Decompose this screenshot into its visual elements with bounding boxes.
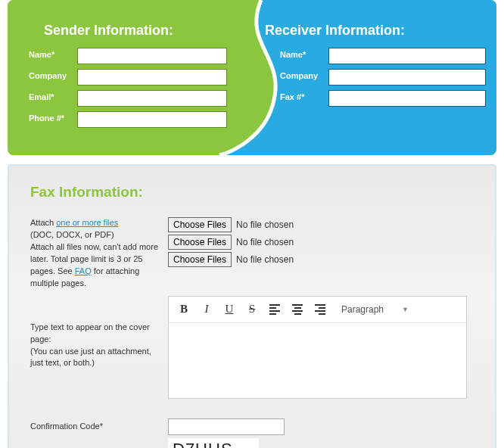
receiver-fax-input[interactable] bbox=[328, 90, 486, 107]
file-status-1: No file chosen bbox=[236, 219, 294, 230]
top-panel: Sender Information: Name* Company Email*… bbox=[8, 0, 496, 155]
captcha-image: D7UUS bbox=[168, 438, 259, 448]
fax-panel: Fax Information: Attach one or more file… bbox=[8, 164, 496, 448]
align-left-button[interactable] bbox=[264, 300, 285, 319]
receiver-company-input[interactable] bbox=[328, 69, 486, 86]
cover-text-input[interactable] bbox=[169, 323, 466, 396]
confirmation-code-input[interactable] bbox=[168, 418, 285, 435]
sender-company-input[interactable] bbox=[77, 69, 227, 86]
sender-phone-label: Phone #* bbox=[8, 111, 77, 123]
confirmation-label: Confirmation Code* bbox=[30, 418, 168, 433]
align-right-button[interactable] bbox=[310, 300, 331, 319]
sender-heading: Sender Information: bbox=[8, 23, 250, 39]
attach-formats: (DOC, DOCX, or PDF) bbox=[30, 230, 114, 239]
italic-button[interactable]: I bbox=[196, 300, 217, 319]
align-center-button[interactable] bbox=[287, 300, 308, 319]
choose-files-button-3[interactable]: Choose Files bbox=[168, 252, 232, 267]
receiver-company-label: Company bbox=[265, 69, 328, 81]
faq-link[interactable]: FAQ bbox=[75, 266, 92, 275]
align-left-icon bbox=[269, 303, 280, 316]
sender-company-label: Company bbox=[8, 69, 77, 81]
receiver-fax-label: Fax #* bbox=[265, 90, 328, 102]
receiver-name-label: Name* bbox=[265, 48, 328, 60]
sender-phone-input[interactable] bbox=[77, 111, 227, 128]
cover-label-1: Type text to appear on the cover page: bbox=[30, 322, 150, 344]
attach-files-link[interactable]: one or more files bbox=[56, 218, 118, 227]
receiver-section: Receiver Information: Name* Company Fax … bbox=[265, 0, 496, 111]
receiver-name-input[interactable] bbox=[328, 48, 486, 64]
paragraph-dropdown[interactable]: Paragraph ▼ bbox=[335, 301, 415, 318]
sender-section: Sender Information: Name* Company Email*… bbox=[8, 0, 250, 132]
cover-help-text: Type text to appear on the cover page: (… bbox=[30, 296, 168, 399]
sender-email-label: Email* bbox=[8, 90, 77, 102]
strike-button[interactable]: S bbox=[241, 300, 263, 319]
chevron-down-icon: ▼ bbox=[402, 306, 409, 313]
file-status-2: No file chosen bbox=[236, 237, 294, 247]
sender-email-input[interactable] bbox=[77, 90, 227, 107]
choose-files-button-1[interactable]: Choose Files bbox=[168, 217, 232, 232]
sender-name-label: Name* bbox=[8, 48, 77, 60]
rich-text-editor: B I U S Paragr bbox=[168, 296, 467, 399]
fax-heading: Fax Information: bbox=[30, 184, 474, 201]
cover-label-2: (You can use just an attachment, just te… bbox=[30, 347, 151, 368]
receiver-heading: Receiver Information: bbox=[265, 23, 496, 39]
paragraph-label: Paragraph bbox=[341, 304, 384, 315]
bold-button[interactable]: B bbox=[173, 300, 194, 319]
editor-toolbar: B I U S Paragr bbox=[169, 297, 466, 323]
underline-button[interactable]: U bbox=[219, 300, 240, 319]
choose-files-button-2[interactable]: Choose Files bbox=[168, 235, 232, 250]
attach-prefix: Attach bbox=[30, 218, 56, 227]
attach-help-text: Attach one or more files (DOC, DOCX, or … bbox=[30, 217, 168, 290]
file-status-3: No file chosen bbox=[236, 254, 294, 265]
align-center-icon bbox=[292, 303, 303, 316]
align-right-icon bbox=[315, 303, 325, 316]
sender-name-input[interactable] bbox=[77, 48, 227, 64]
